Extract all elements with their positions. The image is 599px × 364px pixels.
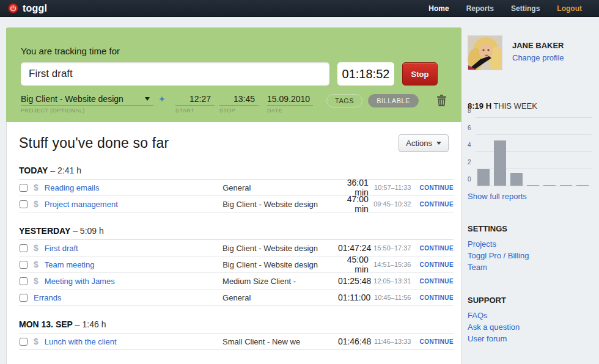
tracker-row-main: 01:18:52 Stop xyxy=(21,62,447,86)
entry-main: Errands xyxy=(34,293,222,302)
continue-link[interactable]: CONTINUE xyxy=(411,184,454,191)
tags-button[interactable]: TAGS xyxy=(326,94,362,107)
entry-title-link[interactable]: Team meeting xyxy=(45,260,95,269)
entry-checkbox[interactable] xyxy=(20,277,28,285)
actions-button-label: Actions xyxy=(406,139,432,148)
continue-link[interactable]: CONTINUE xyxy=(411,245,454,252)
sidebar-link-team[interactable]: Team xyxy=(468,261,593,273)
billable-dollar-icon: $ xyxy=(34,260,39,269)
sidebar-link-projects[interactable]: Projects xyxy=(468,238,593,250)
description-input[interactable] xyxy=(21,62,329,86)
chart-gridline xyxy=(476,186,592,186)
entry-title-link[interactable]: Reading emails xyxy=(45,183,100,192)
entry-duration: 01:46:48 xyxy=(338,337,369,346)
chart-tick-label: 6 xyxy=(468,125,471,131)
billable-dollar-icon: $ xyxy=(34,183,39,192)
entry-time-range: 14:51–15:36 xyxy=(369,261,411,268)
continue-link[interactable]: CONTINUE xyxy=(411,338,454,345)
chart-bar xyxy=(477,169,490,186)
sidebar-link-user-forum[interactable]: User forum xyxy=(468,333,593,344)
show-full-reports-link[interactable]: Show full reports xyxy=(468,192,527,201)
entry-checkbox[interactable] xyxy=(20,244,28,252)
entry-main: $Lunch with the client xyxy=(34,337,222,346)
chart-tick-label: 8 xyxy=(468,107,471,114)
trash-icon[interactable] xyxy=(436,95,447,109)
chevron-down-icon xyxy=(145,97,150,101)
continue-link[interactable]: CONTINUE xyxy=(411,261,454,268)
chart-bars xyxy=(477,118,592,186)
nav-item-logout[interactable]: Logout xyxy=(548,1,590,16)
week-bar-chart: 02468 xyxy=(468,118,593,186)
tracker-row-fields: Big Client - Website design PROJECT (OPT… xyxy=(21,93,447,114)
settings-title: SETTINGS xyxy=(468,224,593,233)
week-block: 8:19 H THIS WEEK 02468 Show full reports xyxy=(468,101,593,202)
week-heading: 8:19 H THIS WEEK xyxy=(468,101,593,111)
chart-bar xyxy=(543,185,556,186)
group-title: YESTERDAY xyxy=(19,226,70,236)
stop-input[interactable]: 13:45 xyxy=(219,93,259,106)
nav-item-home[interactable]: Home xyxy=(420,1,457,16)
brand-name: toggl xyxy=(23,3,47,14)
sidebar-link-faqs[interactable]: FAQs xyxy=(468,310,593,321)
avatar[interactable] xyxy=(468,35,502,70)
chart-bar xyxy=(560,185,572,186)
entry-main: $Team meeting xyxy=(34,260,222,269)
support-title: SUPPORT xyxy=(468,296,593,305)
continue-link[interactable]: CONTINUE xyxy=(411,278,454,285)
nav-item-settings[interactable]: Settings xyxy=(502,1,548,16)
entry-checkbox[interactable] xyxy=(20,261,28,269)
entry-checkbox[interactable] xyxy=(20,200,28,208)
entry-checkbox[interactable] xyxy=(20,338,28,346)
start-input[interactable]: 12:27 xyxy=(175,93,215,106)
group-title: MON 13. SEP xyxy=(19,319,73,329)
entry-duration: 01:25:48 xyxy=(338,276,369,286)
chart-tick-label: 2 xyxy=(468,159,471,166)
project-select[interactable]: Big Client - Website design xyxy=(21,93,153,106)
table-row: $Lunch with the clientSmall Client - New… xyxy=(19,333,454,350)
continue-link[interactable]: CONTINUE xyxy=(411,294,454,301)
nav-item-reports[interactable]: Reports xyxy=(458,1,502,16)
toggl-logo[interactable]: toggl xyxy=(0,3,47,14)
entry-duration: 01:11:00 xyxy=(338,293,369,302)
entry-main: $Meeting with James xyxy=(34,276,222,286)
entry-checkbox[interactable] xyxy=(20,184,28,192)
stop-button[interactable]: Stop xyxy=(402,62,438,86)
billable-button[interactable]: BILLABLE xyxy=(368,94,419,107)
chart-bar xyxy=(494,140,506,186)
project-field: Big Client - Website design PROJECT (OPT… xyxy=(21,93,153,114)
entry-project: Big Client - Website design xyxy=(222,244,338,253)
change-profile-link[interactable]: Change profile xyxy=(512,53,564,62)
entries: TODAY – 2:41 h$Reading emailsGeneral36:0… xyxy=(19,166,454,350)
group-total: – 1:46 h xyxy=(73,319,106,329)
table-row: $Reading emailsGeneral36:01 min10:57–11:… xyxy=(19,180,454,196)
project-select-value: Big Client - Website design xyxy=(21,93,123,105)
sidebar-link-ask-a-question[interactable]: Ask a question xyxy=(468,321,593,333)
week-suffix: THIS WEEK xyxy=(491,101,537,111)
group-header: YESTERDAY – 5:09 h xyxy=(19,226,454,240)
billable-dollar-icon: $ xyxy=(34,337,39,346)
continue-link[interactable]: CONTINUE xyxy=(411,201,454,208)
entry-title-link[interactable]: First draft xyxy=(45,244,78,253)
sidebar-link-toggl-pro-billing[interactable]: Toggl Pro / Billing xyxy=(468,250,593,261)
billable-dollar-icon: $ xyxy=(34,276,39,286)
table-row: $Team meetingBig Client - Website design… xyxy=(19,257,454,273)
group-header: MON 13. SEP – 1:46 h xyxy=(19,319,454,333)
entry-title-link[interactable]: Errands xyxy=(34,293,62,302)
entry-time-range: 11:46–13:33 xyxy=(369,338,411,345)
entry-duration: 45:00 min xyxy=(338,255,369,274)
add-project-icon[interactable]: + xyxy=(160,94,164,104)
start-field-label: START xyxy=(175,107,215,114)
nav-links: HomeReportsSettingsLogout xyxy=(420,1,599,16)
entry-checkbox[interactable] xyxy=(20,294,28,302)
entry-title-link[interactable]: Lunch with the client xyxy=(45,337,117,346)
entry-time-range: 09:45–10:32 xyxy=(369,200,411,208)
stop-field-label: STOP xyxy=(219,107,259,114)
date-input[interactable]: 15.09.2010 xyxy=(267,93,313,106)
timer-display: 01:18:52 xyxy=(337,62,394,86)
entry-title-link[interactable]: Meeting with James xyxy=(45,277,115,286)
actions-button[interactable]: Actions xyxy=(399,134,449,152)
group-total: – 5:09 h xyxy=(70,226,104,236)
user-meta: JANE BAKER Change profile xyxy=(512,35,564,70)
entry-title-link[interactable]: Project management xyxy=(45,200,118,209)
card-header: Stuff you've done so far Actions xyxy=(19,134,454,152)
